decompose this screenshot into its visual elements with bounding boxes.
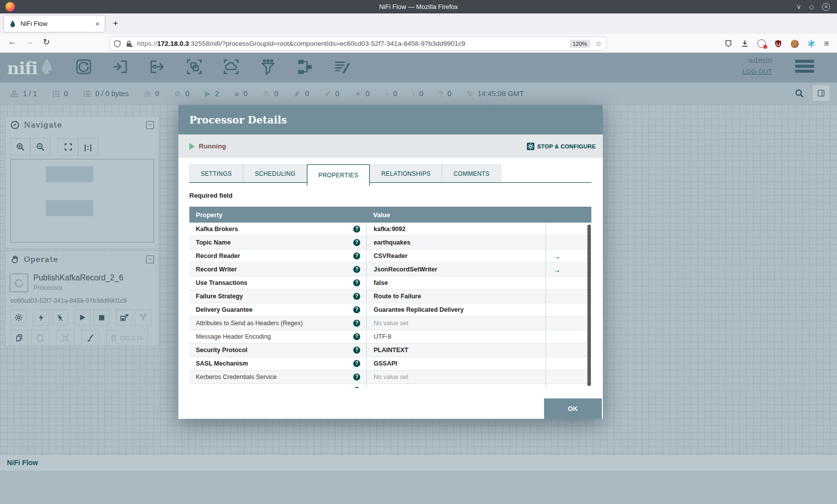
collapse-operate-icon[interactable]: − [146,255,154,263]
lock-warning-icon[interactable] [126,40,133,48]
property-row[interactable]: Record Writer ? JsonRecordSetWriter → [189,263,591,276]
property-value-cell[interactable]: No value set [366,317,546,330]
property-help-icon[interactable]: ? [353,360,360,367]
property-help-icon[interactable]: ? [353,252,360,259]
remote-process-group-icon[interactable] [221,57,241,77]
global-menu-icon[interactable] [795,60,814,75]
property-value-cell[interactable]: earthquakes [366,236,546,249]
property-value-cell[interactable]: GSSAPI [366,357,546,370]
pocket-shield-icon[interactable] [724,39,732,48]
property-row[interactable]: Security Protocol ? PLAINTEXT [189,344,591,357]
forward-button[interactable]: → [23,37,36,47]
input-port-icon[interactable] [111,57,131,77]
configure-button[interactable] [10,309,27,326]
ok-button[interactable]: OK [544,398,602,419]
property-help-icon[interactable]: ? [353,387,360,388]
upload-template-button[interactable] [135,309,151,326]
sidebar-toggle-icon[interactable] [812,85,830,102]
browser-tab[interactable]: NiFi Flow × [4,15,105,32]
property-value-cell[interactable]: CSVReader [366,250,546,262]
stop-and-configure-button[interactable]: STOP & CONFIGURE [527,142,596,150]
property-help-icon[interactable]: ? [353,293,360,300]
property-row[interactable]: Attributes to Send as Headers (Regex) ? … [189,317,591,330]
zoom-in-button[interactable] [10,138,30,156]
property-help-icon[interactable]: ? [353,320,360,327]
ublock-icon[interactable] [774,39,782,48]
property-value-cell[interactable]: JsonRecordSetWriter [366,263,546,276]
menu-icon[interactable]: ≡ [824,39,829,49]
reload-button[interactable]: ↻ [40,37,53,47]
property-row[interactable]: Record Reader ? CSVReader → [189,250,591,263]
bookmark-star-icon[interactable]: ☆ [595,39,602,48]
go-to-service-icon[interactable]: → [553,265,560,274]
disable-button[interactable] [52,309,68,326]
search-icon[interactable] [795,89,804,98]
new-tab-button[interactable]: + [110,18,122,30]
collapse-navigate-icon[interactable]: − [146,121,154,129]
color-button[interactable] [81,330,99,346]
property-row[interactable]: Kerberos Credentials Service ? No value … [189,371,591,384]
funnel-icon[interactable] [258,57,278,77]
group-button[interactable] [56,330,74,346]
copy-button[interactable] [10,330,28,346]
table-scrollbar[interactable] [587,225,591,386]
zoom-actual-size-button[interactable]: |:| [78,138,98,156]
tab-comments[interactable]: COMMENTS [442,164,501,182]
property-help-icon[interactable]: ? [353,239,360,246]
property-row[interactable]: Kafka Brokers ? kafka:9092 [189,223,591,236]
property-help-icon[interactable]: ? [353,266,360,273]
property-value-cell[interactable]: UTF-8 [366,330,546,343]
tab-settings[interactable]: SETTINGS [189,164,243,182]
property-row[interactable]: Use Transactions ? false [189,276,591,290]
property-row[interactable]: Failure Strategy ? Route to Failure [189,290,591,303]
go-to-service-icon[interactable]: → [553,252,560,260]
stop-button[interactable] [94,309,110,326]
extension-spark-icon[interactable] [807,39,816,48]
back-button[interactable]: ← [6,37,19,47]
save-template-button[interactable] [116,309,133,326]
property-value-cell[interactable]: kafka:9092 [366,223,546,236]
process-group-icon[interactable] [184,57,204,77]
paste-button[interactable] [31,330,49,346]
property-row[interactable]: Message Header Encoding ? UTF-8 [189,330,591,344]
tab-scheduling[interactable]: SCHEDULING [243,164,307,182]
property-row[interactable]: Delivery Guarantee ? Guarantee Replicate… [189,303,591,317]
zoom-fit-button[interactable] [58,138,78,156]
template-icon[interactable] [295,57,315,77]
tab-relationships[interactable]: RELATIONSHIPS [370,164,442,182]
maximize-icon[interactable]: ◇ [809,3,814,10]
property-help-icon[interactable]: ? [353,226,360,233]
breadcrumb[interactable]: NiFi Flow [7,459,38,467]
property-help-icon[interactable]: ? [353,306,360,313]
tab-properties[interactable]: PROPERTIES [307,164,370,186]
property-value-cell[interactable]: No value set [366,371,546,383]
processor-icon[interactable] [74,57,94,77]
download-icon[interactable] [741,39,749,48]
property-row[interactable]: SASL Mechanism ? GSSAPI [189,357,591,371]
minimize-icon[interactable]: ∨ [796,3,801,10]
property-help-icon[interactable]: ? [353,333,360,340]
url-bar[interactable]: https://172.18.0.3:32558/nifi/?processGr… [109,36,606,51]
close-tab-icon[interactable]: × [95,19,100,28]
delete-button[interactable]: DELETE [106,330,148,346]
account-icon[interactable] [757,39,766,48]
close-window-icon[interactable]: ✕ [822,3,830,11]
start-button[interactable] [75,309,91,326]
property-value-cell[interactable]: false [366,276,546,289]
zoom-out-button[interactable] [30,138,50,156]
tracking-shield-icon[interactable] [114,40,121,48]
property-help-icon[interactable]: ? [353,347,360,354]
output-port-icon[interactable] [147,57,167,77]
property-value-cell[interactable]: PLAINTEXT [366,344,546,357]
enable-button[interactable] [33,309,49,326]
property-help-icon[interactable]: ? [353,374,360,380]
label-icon[interactable] [332,57,352,77]
birdseye-minimap[interactable] [10,159,154,243]
property-row[interactable]: ? No value set [189,384,591,388]
logout-link[interactable]: LOG OUT [742,68,772,75]
property-value-cell[interactable]: Route to Failure [366,290,546,303]
property-value-cell[interactable]: No value set [366,384,546,388]
property-row[interactable]: Topic Name ? earthquakes [189,236,591,250]
property-help-icon[interactable]: ? [353,279,360,286]
cookie-icon[interactable] [791,40,799,48]
